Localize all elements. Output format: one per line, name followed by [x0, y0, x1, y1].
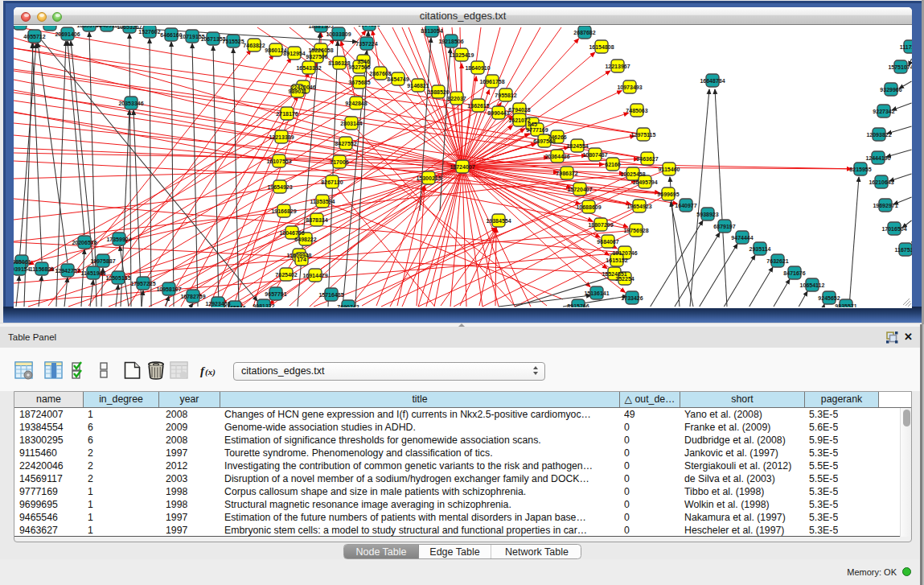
svg-text:12444190: 12444190: [865, 155, 890, 161]
svg-text:7463822: 7463822: [243, 43, 265, 48]
svg-text:16543382: 16543382: [296, 65, 321, 71]
svg-text:2867608: 2867608: [369, 71, 391, 76]
svg-text:16495794: 16495794: [632, 179, 657, 185]
svg-text:7625402: 7625402: [275, 272, 297, 278]
svg-text:1362615: 1362615: [467, 103, 489, 109]
svg-text:18381305: 18381305: [308, 26, 333, 29]
svg-text:6794028: 6794028: [508, 107, 530, 113]
svg-text:15136141: 15136141: [584, 290, 609, 296]
svg-text:9245652: 9245652: [818, 295, 840, 301]
svg-text:17359924: 17359924: [106, 237, 131, 242]
svg-text:2687682: 2687682: [573, 30, 595, 35]
svg-text:(x): (x): [205, 367, 216, 377]
svg-text:2718176: 2718176: [276, 111, 298, 117]
svg-text:10688609: 10688609: [576, 204, 601, 210]
svg-text:20364436: 20364436: [544, 154, 569, 159]
svg-text:8471676: 8471676: [783, 270, 805, 276]
svg-text:15716485: 15716485: [318, 292, 343, 298]
svg-text:62160: 62160: [605, 162, 621, 167]
svg-text:19975887: 19975887: [90, 258, 115, 264]
svg-text:12093822: 12093822: [866, 132, 891, 138]
svg-text:20691406: 20691406: [55, 31, 80, 37]
svg-text:19692971: 19692971: [873, 203, 897, 208]
svg-text:6497568: 6497568: [533, 138, 555, 144]
svg-text:1640977: 1640977: [675, 203, 696, 208]
svg-text:9146821: 9146821: [407, 83, 429, 89]
svg-text:8215955: 8215955: [849, 167, 871, 172]
svg-text:10807487: 10807487: [582, 152, 607, 158]
svg-text:9777169: 9777169: [526, 127, 548, 133]
svg-text:9699695: 9699695: [657, 192, 679, 197]
svg-text:19384554: 19384554: [486, 218, 511, 224]
svg-text:17016504: 17016504: [881, 226, 906, 232]
svg-text:989011: 989011: [289, 89, 307, 94]
svg-text:17957225: 17957225: [130, 281, 155, 286]
svg-text:16961758: 16961758: [479, 79, 504, 84]
svg-text:8427552: 8427552: [335, 141, 356, 146]
svg-text:7632621: 7632621: [766, 258, 788, 264]
svg-text:9657791: 9657791: [265, 291, 286, 297]
svg-text:19654923: 19654923: [626, 204, 651, 209]
svg-text:3824554: 3824554: [566, 143, 588, 149]
svg-text:9329966: 9329966: [880, 87, 901, 93]
svg-text:12975115: 12975115: [631, 132, 656, 138]
svg-text:11325419: 11325419: [450, 52, 474, 58]
svg-text:8186328: 8186328: [328, 60, 350, 66]
svg-text:20206576: 20206576: [72, 240, 97, 245]
svg-text:9684067: 9684067: [597, 239, 618, 245]
svg-text:10033809: 10033809: [326, 31, 351, 37]
svg-text:7690742: 7690742: [337, 304, 359, 308]
svg-text:19218506: 19218506: [438, 39, 463, 44]
svg-text:15226058: 15226058: [308, 47, 333, 53]
svg-text:8912954: 8912954: [283, 51, 305, 56]
svg-text:8915766: 8915766: [567, 303, 589, 308]
svg-text:16782759: 16782759: [180, 294, 205, 299]
svg-text:252254: 252254: [615, 276, 634, 282]
svg-text:3675685: 3675685: [348, 80, 370, 85]
svg-text:16107553: 16107553: [266, 159, 291, 164]
svg-text:18640910: 18640910: [465, 65, 490, 71]
svg-text:6498222: 6498222: [294, 237, 316, 242]
svg-text:12942757: 12942757: [55, 268, 80, 274]
svg-text:1615152: 1615152: [606, 257, 627, 263]
svg-text:9465546: 9465546: [224, 305, 245, 308]
svg-text:15720407: 15720407: [567, 187, 592, 192]
svg-text:9527505: 9527505: [348, 64, 370, 70]
svg-text:2803144: 2803144: [340, 121, 362, 126]
svg-text:822037: 822037: [447, 96, 466, 101]
svg-text:1527602: 1527602: [138, 29, 160, 35]
svg-text:2935114: 2935114: [749, 246, 771, 252]
svg-text:8939154: 8939154: [14, 266, 31, 272]
svg-text:10958107: 10958107: [156, 286, 181, 292]
svg-text:3546: 3546: [357, 59, 370, 64]
svg-text:15300215: 15300215: [416, 175, 441, 181]
svg-text:7357224: 7357224: [355, 41, 377, 47]
svg-text:9694103: 9694103: [358, 26, 380, 27]
svg-text:16154808: 16154808: [589, 44, 614, 50]
svg-text:20353346: 20353346: [118, 101, 143, 106]
svg-text:16914479: 16914479: [302, 273, 327, 278]
svg-text:8454749: 8454749: [387, 76, 409, 82]
svg-text:11353594: 11353594: [310, 199, 335, 204]
svg-text:9227342: 9227342: [873, 109, 894, 114]
svg-text:9646910: 9646910: [96, 26, 117, 28]
svg-text:12505135: 12505135: [105, 275, 130, 281]
svg-text:16648784: 16648784: [700, 78, 725, 84]
svg-text:1733426: 1733426: [621, 295, 643, 301]
svg-text:11451944: 11451944: [81, 270, 106, 276]
svg-text:18724007: 18724007: [450, 164, 474, 170]
svg-text:8878334: 8878334: [306, 217, 327, 223]
svg-text:10120746: 10120746: [612, 250, 637, 256]
svg-text:1167533: 1167533: [895, 247, 912, 253]
svg-text:9474444: 9474444: [731, 235, 753, 241]
svg-text:15751074: 15751074: [888, 64, 912, 70]
svg-text:12213967: 12213967: [605, 64, 630, 69]
svg-text:19654923: 19654923: [267, 184, 292, 190]
svg-text:12213389: 12213389: [269, 134, 294, 140]
svg-text:1588520: 1588520: [427, 89, 449, 95]
svg-text:845: 845: [528, 122, 537, 127]
svg-text:7485063: 7485063: [626, 108, 647, 113]
svg-text:4055712: 4055712: [23, 34, 45, 39]
svg-text:10973493: 10973493: [617, 84, 642, 90]
svg-text:985061: 985061: [14, 259, 31, 265]
